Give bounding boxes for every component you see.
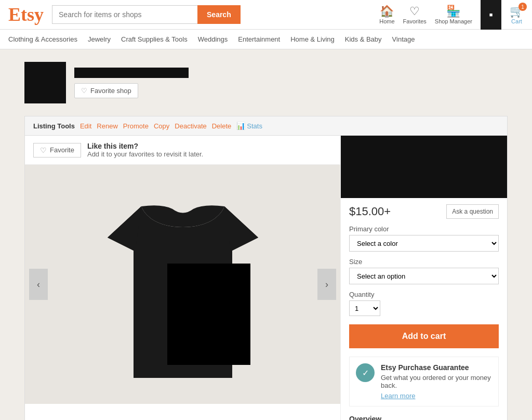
product-thumbnail <box>341 136 507 198</box>
search-input[interactable] <box>52 5 197 24</box>
header-favorites[interactable]: ♡ Favorites <box>403 5 427 24</box>
guarantee-text: Etsy Purchase Guarantee Get what you ord… <box>381 363 492 400</box>
favorite-title: Like this item? <box>87 142 203 150</box>
etsy-logo[interactable]: Etsy <box>8 4 44 25</box>
header-home[interactable]: 🏠 Home <box>379 5 394 24</box>
shop-info: ♡ Favorite shop <box>74 68 189 98</box>
favorite-button-label: Favorite <box>50 146 74 154</box>
header-shop-manager[interactable]: 🏪 Shop Manager <box>435 5 472 24</box>
shop-avatar <box>24 62 66 103</box>
nav-entertainment[interactable]: Entertainment <box>238 35 280 43</box>
heart-icon: ♡ <box>81 87 87 95</box>
category-nav: Clothing & Accessories Jewelry Craft Sup… <box>0 30 532 49</box>
product-image <box>92 175 274 393</box>
size-select[interactable]: Select an option <box>349 268 499 284</box>
listing-tools-bar: Listing Tools Edit Renew Promote Copy De… <box>25 116 507 136</box>
favorite-shop-label: Favorite shop <box>90 87 131 95</box>
nav-kids-baby[interactable]: Kids & Baby <box>345 35 382 43</box>
shop-manager-box[interactable]: ■ <box>481 0 501 30</box>
home-label: Home <box>379 18 394 24</box>
shop-manager-icon: 🏪 <box>446 5 460 18</box>
listing-card: Listing Tools Edit Renew Promote Copy De… <box>24 116 508 420</box>
tool-stats[interactable]: 📊 Stats <box>236 122 262 130</box>
add-to-cart-button[interactable]: Add to cart <box>349 324 499 348</box>
nav-jewelry[interactable]: Jewelry <box>88 35 111 43</box>
header-nav: 🏠 Home ♡ Favorites 🏪 Shop Manager ■ 🛒 1 … <box>379 0 524 30</box>
search-button[interactable]: Search <box>197 5 241 24</box>
favorites-label: Favorites <box>403 18 427 24</box>
price-row: $15.00+ Ask a question <box>349 204 499 219</box>
shop-banner: ♡ Favorite shop <box>24 58 508 108</box>
size-label: Size <box>349 258 499 266</box>
quantity-field: Quantity 1 <box>349 291 499 316</box>
guarantee-box: ✓ Etsy Purchase Guarantee Get what you o… <box>349 357 499 406</box>
stats-bar-icon: 📊 <box>236 122 245 130</box>
quantity-label: Quantity <box>349 291 499 298</box>
favorite-text: Like this item? Add it to your favorites… <box>87 142 203 158</box>
guarantee-icon: ✓ <box>356 363 375 382</box>
guarantee-title: Etsy Purchase Guarantee <box>381 363 492 372</box>
nav-vintage[interactable]: Vintage <box>392 35 415 43</box>
favorite-bar: ♡ Favorite Like this item? Add it to you… <box>25 136 340 165</box>
site-header: Etsy Search 🏠 Home ♡ Favorites 🏪 Shop Ma… <box>0 0 532 30</box>
heart-icon-small: ♡ <box>40 146 47 154</box>
product-price: $15.00+ <box>349 205 391 218</box>
primary-color-label: Primary color <box>349 225 499 233</box>
guarantee-link[interactable]: Learn more <box>381 392 415 400</box>
header-cart[interactable]: 🛒 1 Cart <box>510 5 524 24</box>
tool-copy[interactable]: Copy <box>154 122 169 130</box>
guarantee-body: Get what you ordered or your money back. <box>381 374 492 389</box>
prev-image-button[interactable]: ‹ <box>29 269 48 300</box>
favorites-icon: ♡ <box>409 5 420 18</box>
primary-color-field: Primary color Select a color <box>349 225 499 252</box>
listing-right: $15.00+ Ask a question Primary color Sel… <box>341 136 507 420</box>
overview-title: Overview <box>349 415 499 420</box>
favorite-button[interactable]: ♡ Favorite <box>33 143 81 158</box>
tool-deactivate[interactable]: Deactivate <box>175 122 206 130</box>
listing-left: ♡ Favorite Like this item? Add it to you… <box>25 136 341 420</box>
cart-badge: 1 <box>518 3 527 11</box>
cart-label: Cart <box>511 18 522 24</box>
shop-name-placeholder <box>74 68 189 78</box>
nav-weddings[interactable]: Weddings <box>198 35 228 43</box>
favorite-shop-button[interactable]: ♡ Favorite shop <box>74 83 138 98</box>
page-content: ♡ Favorite shop Listing Tools Edit Renew… <box>0 49 532 420</box>
tool-delete[interactable]: Delete <box>212 122 232 130</box>
search-bar: Search <box>52 5 241 24</box>
next-image-button[interactable]: › <box>317 269 336 300</box>
listing-tools-label: Listing Tools <box>33 122 75 130</box>
shop-manager-black-box-icon: ■ <box>489 11 493 18</box>
tool-promote[interactable]: Promote <box>123 122 149 130</box>
shop-manager-label: Shop Manager <box>435 18 472 24</box>
product-image-area: ‹ <box>25 165 340 404</box>
tool-stats-label: Stats <box>247 122 262 130</box>
home-icon: 🏠 <box>380 5 394 18</box>
svg-rect-0 <box>167 264 250 365</box>
nav-clothing[interactable]: Clothing & Accessories <box>8 35 77 43</box>
size-field: Size Select an option <box>349 258 499 284</box>
overview-section: Overview Handmade item Made to order Shi… <box>349 415 499 420</box>
primary-color-select[interactable]: Select a color <box>349 235 499 252</box>
favorite-subtitle: Add it to your favorites to revisit it l… <box>87 150 203 158</box>
listing-main: ♡ Favorite Like this item? Add it to you… <box>25 136 507 420</box>
tool-renew[interactable]: Renew <box>97 122 117 130</box>
nav-home-living[interactable]: Home & Living <box>290 35 335 43</box>
nav-craft[interactable]: Craft Supplies & Tools <box>121 35 188 43</box>
tool-edit[interactable]: Edit <box>80 122 91 130</box>
ask-question-button[interactable]: Ask a question <box>446 204 499 219</box>
quantity-select[interactable]: 1 <box>349 300 380 316</box>
